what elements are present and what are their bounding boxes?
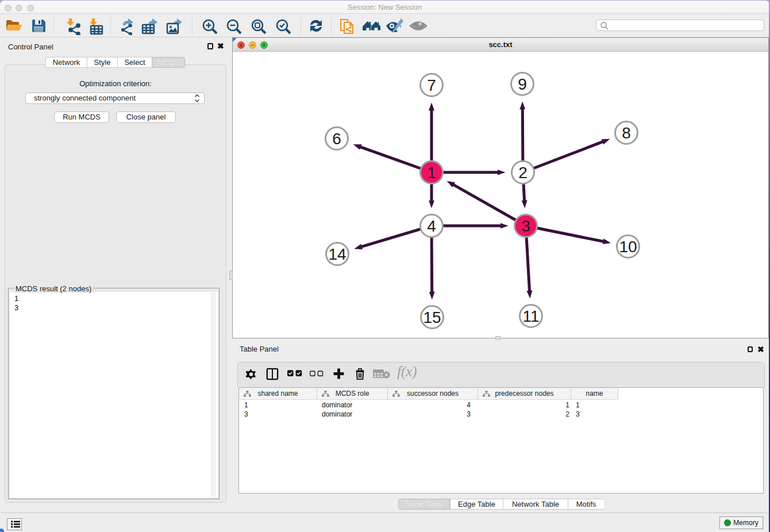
svg-text:8: 8 <box>622 124 631 142</box>
svg-text:7: 7 <box>427 76 436 94</box>
svg-text:15: 15 <box>423 309 441 326</box>
svg-text:6: 6 <box>332 130 341 148</box>
svg-text:1: 1 <box>427 164 436 182</box>
svg-text:9: 9 <box>518 75 527 93</box>
svg-text:10: 10 <box>619 238 637 256</box>
svg-text:14: 14 <box>328 245 346 263</box>
svg-text:2: 2 <box>518 164 528 182</box>
svg-text:3: 3 <box>521 217 530 235</box>
svg-text:11: 11 <box>522 307 539 325</box>
svg-text:4: 4 <box>427 217 436 235</box>
